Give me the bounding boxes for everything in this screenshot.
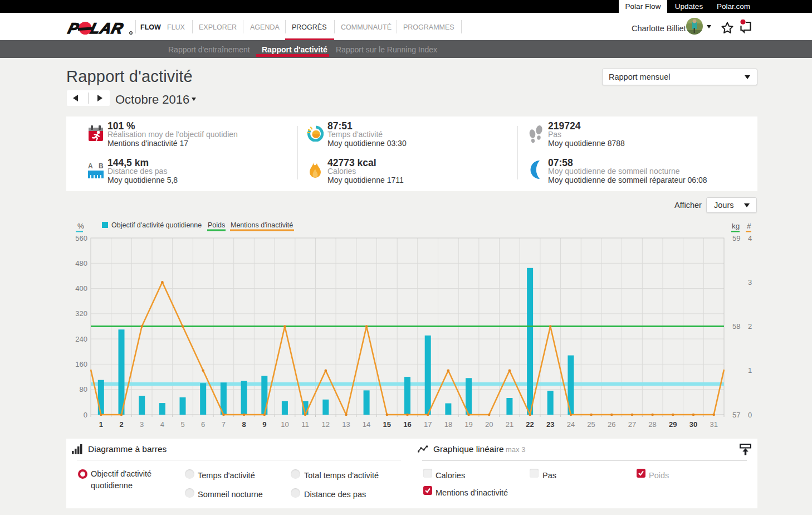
svg-text:25: 25 [587, 420, 595, 429]
svg-text:58: 58 [732, 322, 740, 331]
svg-text:3: 3 [140, 420, 144, 429]
svg-text:20: 20 [485, 420, 493, 429]
svg-text:LAR: LAR [89, 20, 125, 37]
svg-text:22: 22 [526, 420, 534, 429]
svg-text:320: 320 [75, 309, 87, 318]
svg-text:31: 31 [710, 420, 717, 429]
svg-text:10: 10 [281, 420, 288, 429]
svg-text:13: 13 [342, 420, 350, 429]
svg-text:11: 11 [301, 420, 309, 429]
svg-text:2: 2 [119, 420, 123, 429]
svg-text:19: 19 [464, 420, 472, 429]
svg-text:160: 160 [75, 360, 87, 368]
svg-text:400: 400 [75, 284, 87, 293]
svg-text:0: 0 [84, 411, 87, 419]
svg-text:80: 80 [80, 385, 87, 393]
svg-text:21: 21 [506, 420, 513, 429]
svg-text:kg: kg [732, 222, 740, 230]
svg-text:30: 30 [689, 420, 697, 429]
svg-text:29: 29 [669, 420, 677, 429]
svg-text:59: 59 [732, 234, 740, 242]
svg-text:0: 0 [748, 411, 752, 419]
svg-text:18: 18 [444, 420, 452, 429]
svg-text:#: # [747, 222, 751, 230]
svg-text:Objectif d'activité quotidienn: Objectif d'activité quotidienne [111, 221, 202, 229]
svg-text:A: A [88, 162, 93, 170]
svg-text:17: 17 [424, 420, 432, 429]
svg-text:240: 240 [75, 335, 87, 343]
svg-text:%: % [77, 222, 84, 230]
svg-text:1: 1 [99, 420, 103, 429]
svg-text:480: 480 [75, 259, 87, 268]
svg-text:7: 7 [222, 420, 226, 429]
svg-text:57: 57 [732, 411, 740, 419]
svg-text:Mentions d'inactivité: Mentions d'inactivité [231, 221, 293, 229]
svg-text:R: R [129, 31, 132, 35]
svg-text:26: 26 [608, 420, 615, 429]
svg-text:8: 8 [242, 420, 246, 429]
svg-text:3: 3 [748, 278, 752, 286]
svg-text:2: 2 [748, 322, 752, 331]
svg-text:Poids: Poids [208, 221, 225, 229]
svg-text:12: 12 [322, 420, 330, 429]
svg-text:16: 16 [403, 420, 411, 429]
svg-text:27: 27 [628, 420, 636, 429]
svg-text:9: 9 [262, 420, 266, 429]
svg-text:1: 1 [748, 366, 752, 375]
svg-text:560: 560 [75, 234, 87, 242]
svg-text:6: 6 [201, 420, 205, 429]
svg-text:28: 28 [648, 420, 656, 429]
svg-text:B: B [99, 162, 104, 170]
svg-text:23: 23 [546, 420, 554, 429]
svg-text:24: 24 [567, 420, 575, 429]
svg-text:5: 5 [180, 420, 184, 429]
svg-text:14: 14 [363, 420, 370, 429]
svg-text:4: 4 [160, 420, 164, 429]
svg-text:4: 4 [748, 234, 752, 242]
svg-text:15: 15 [383, 420, 391, 429]
